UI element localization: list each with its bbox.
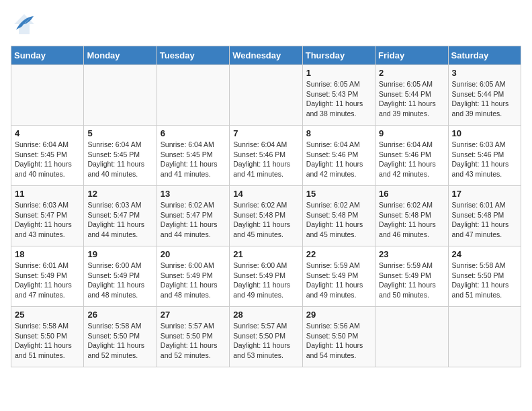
day-info: Sunrise: 5:59 AMSunset: 5:49 PMDaylight:… — [379, 261, 444, 300]
day-info: Sunrise: 5:57 AMSunset: 5:50 PMDaylight:… — [161, 321, 226, 361]
day-cell: 1Sunrise: 6:05 AMSunset: 5:43 PMDaylight… — [302, 65, 375, 126]
day-cell: 12Sunrise: 6:03 AMSunset: 5:47 PMDayligh… — [84, 186, 157, 246]
calendar-header: SundayMondayTuesdayWednesdayThursdayFrid… — [11, 46, 521, 65]
day-number: 1 — [306, 68, 371, 78]
day-cell: 28Sunrise: 5:57 AMSunset: 5:50 PMDayligh… — [230, 307, 302, 367]
day-cell: 19Sunrise: 6:00 AMSunset: 5:49 PMDayligh… — [84, 246, 157, 307]
day-number: 8 — [306, 128, 371, 138]
day-cell: 21Sunrise: 6:00 AMSunset: 5:49 PMDayligh… — [230, 246, 302, 307]
day-cell: 26Sunrise: 5:58 AMSunset: 5:50 PMDayligh… — [84, 307, 157, 367]
day-header-friday: Friday — [375, 46, 448, 65]
day-cell: 18Sunrise: 6:01 AMSunset: 5:49 PMDayligh… — [11, 246, 84, 307]
day-cell: 6Sunrise: 6:04 AMSunset: 5:45 PMDaylight… — [157, 126, 229, 186]
day-cell — [375, 307, 448, 367]
day-cell: 24Sunrise: 5:58 AMSunset: 5:50 PMDayligh… — [448, 246, 521, 307]
day-number: 29 — [306, 310, 371, 320]
day-info: Sunrise: 5:59 AMSunset: 5:49 PMDaylight:… — [306, 261, 371, 300]
day-number: 14 — [233, 189, 298, 199]
day-number: 9 — [379, 128, 444, 138]
week-row-5: 25Sunrise: 5:58 AMSunset: 5:50 PMDayligh… — [11, 307, 521, 367]
day-number: 17 — [452, 189, 517, 199]
day-cell: 9Sunrise: 6:04 AMSunset: 5:46 PMDaylight… — [375, 126, 448, 186]
day-number: 10 — [452, 128, 517, 138]
week-row-1: 1Sunrise: 6:05 AMSunset: 5:43 PMDaylight… — [11, 65, 521, 126]
day-info: Sunrise: 6:05 AMSunset: 5:43 PMDaylight:… — [306, 79, 371, 119]
day-info: Sunrise: 6:04 AMSunset: 5:45 PMDaylight:… — [87, 140, 152, 179]
day-number: 3 — [452, 68, 517, 78]
day-header-thursday: Thursday — [302, 46, 375, 65]
day-number: 18 — [15, 249, 80, 259]
week-row-3: 11Sunrise: 6:03 AMSunset: 5:47 PMDayligh… — [11, 186, 521, 246]
day-cell: 10Sunrise: 6:03 AMSunset: 5:46 PMDayligh… — [448, 126, 521, 186]
day-cell: 14Sunrise: 6:02 AMSunset: 5:48 PMDayligh… — [230, 186, 302, 246]
day-cell: 13Sunrise: 6:02 AMSunset: 5:47 PMDayligh… — [157, 186, 229, 246]
day-cell: 8Sunrise: 6:04 AMSunset: 5:46 PMDaylight… — [302, 126, 375, 186]
day-number: 22 — [306, 249, 371, 259]
day-info: Sunrise: 6:04 AMSunset: 5:46 PMDaylight:… — [233, 140, 298, 179]
day-cell: 17Sunrise: 6:01 AMSunset: 5:48 PMDayligh… — [448, 186, 521, 246]
day-info: Sunrise: 6:03 AMSunset: 5:47 PMDaylight:… — [15, 200, 80, 240]
day-number: 19 — [87, 249, 152, 259]
day-cell: 16Sunrise: 6:02 AMSunset: 5:48 PMDayligh… — [375, 186, 448, 246]
day-number: 25 — [15, 310, 80, 320]
day-cell: 20Sunrise: 6:00 AMSunset: 5:49 PMDayligh… — [157, 246, 229, 307]
day-cell: 22Sunrise: 5:59 AMSunset: 5:49 PMDayligh… — [302, 246, 375, 307]
day-number: 11 — [15, 189, 80, 199]
day-header-tuesday: Tuesday — [157, 46, 229, 65]
day-cell: 11Sunrise: 6:03 AMSunset: 5:47 PMDayligh… — [11, 186, 84, 246]
day-header-saturday: Saturday — [448, 46, 521, 65]
day-info: Sunrise: 6:02 AMSunset: 5:47 PMDaylight:… — [161, 200, 226, 240]
day-cell: 25Sunrise: 5:58 AMSunset: 5:50 PMDayligh… — [11, 307, 84, 367]
day-number: 27 — [161, 310, 226, 320]
day-info: Sunrise: 6:03 AMSunset: 5:46 PMDaylight:… — [452, 140, 517, 179]
day-number: 15 — [306, 189, 371, 199]
logo — [11, 11, 40, 40]
day-cell: 23Sunrise: 5:59 AMSunset: 5:49 PMDayligh… — [375, 246, 448, 307]
day-info: Sunrise: 6:05 AMSunset: 5:44 PMDaylight:… — [452, 79, 517, 119]
day-number: 24 — [452, 249, 517, 259]
logo-icon — [11, 11, 38, 40]
day-number: 20 — [161, 249, 226, 259]
day-cell: 27Sunrise: 5:57 AMSunset: 5:50 PMDayligh… — [157, 307, 229, 367]
day-number: 16 — [379, 189, 444, 199]
day-cell: 29Sunrise: 5:56 AMSunset: 5:50 PMDayligh… — [302, 307, 375, 367]
day-info: Sunrise: 6:04 AMSunset: 5:45 PMDaylight:… — [161, 140, 226, 179]
day-info: Sunrise: 6:00 AMSunset: 5:49 PMDaylight:… — [87, 261, 152, 300]
day-cell: 3Sunrise: 6:05 AMSunset: 5:44 PMDaylight… — [448, 65, 521, 126]
day-number: 13 — [161, 189, 226, 199]
day-info: Sunrise: 5:58 AMSunset: 5:50 PMDaylight:… — [87, 321, 152, 361]
day-info: Sunrise: 5:57 AMSunset: 5:50 PMDaylight:… — [233, 321, 298, 361]
day-info: Sunrise: 6:02 AMSunset: 5:48 PMDaylight:… — [306, 200, 371, 240]
day-number: 2 — [379, 68, 444, 78]
day-info: Sunrise: 6:05 AMSunset: 5:44 PMDaylight:… — [379, 79, 444, 119]
day-number: 4 — [15, 128, 80, 138]
day-cell — [84, 65, 157, 126]
day-number: 7 — [233, 128, 298, 138]
day-cell — [157, 65, 229, 126]
day-info: Sunrise: 6:04 AMSunset: 5:45 PMDaylight:… — [15, 140, 80, 179]
day-cell — [448, 307, 521, 367]
week-row-4: 18Sunrise: 6:01 AMSunset: 5:49 PMDayligh… — [11, 246, 521, 307]
day-number: 26 — [87, 310, 152, 320]
day-info: Sunrise: 6:01 AMSunset: 5:49 PMDaylight:… — [15, 261, 80, 300]
day-number: 21 — [233, 249, 298, 259]
day-number: 5 — [87, 128, 152, 138]
calendar-table: SundayMondayTuesdayWednesdayThursdayFrid… — [11, 46, 521, 367]
day-info: Sunrise: 6:01 AMSunset: 5:48 PMDaylight:… — [452, 200, 517, 240]
day-info: Sunrise: 6:02 AMSunset: 5:48 PMDaylight:… — [233, 200, 298, 240]
day-cell: 2Sunrise: 6:05 AMSunset: 5:44 PMDaylight… — [375, 65, 448, 126]
day-info: Sunrise: 6:03 AMSunset: 5:47 PMDaylight:… — [87, 200, 152, 240]
day-info: Sunrise: 6:04 AMSunset: 5:46 PMDaylight:… — [379, 140, 444, 179]
page-header — [11, 11, 521, 40]
day-info: Sunrise: 5:56 AMSunset: 5:50 PMDaylight:… — [306, 321, 371, 361]
day-cell: 7Sunrise: 6:04 AMSunset: 5:46 PMDaylight… — [230, 126, 302, 186]
day-header-wednesday: Wednesday — [230, 46, 302, 65]
day-info: Sunrise: 6:00 AMSunset: 5:49 PMDaylight:… — [233, 261, 298, 300]
day-header-monday: Monday — [84, 46, 157, 65]
day-number: 6 — [161, 128, 226, 138]
day-cell: 5Sunrise: 6:04 AMSunset: 5:45 PMDaylight… — [84, 126, 157, 186]
day-info: Sunrise: 5:58 AMSunset: 5:50 PMDaylight:… — [452, 261, 517, 300]
day-info: Sunrise: 6:02 AMSunset: 5:48 PMDaylight:… — [379, 200, 444, 240]
day-cell — [230, 65, 302, 126]
day-number: 12 — [87, 189, 152, 199]
